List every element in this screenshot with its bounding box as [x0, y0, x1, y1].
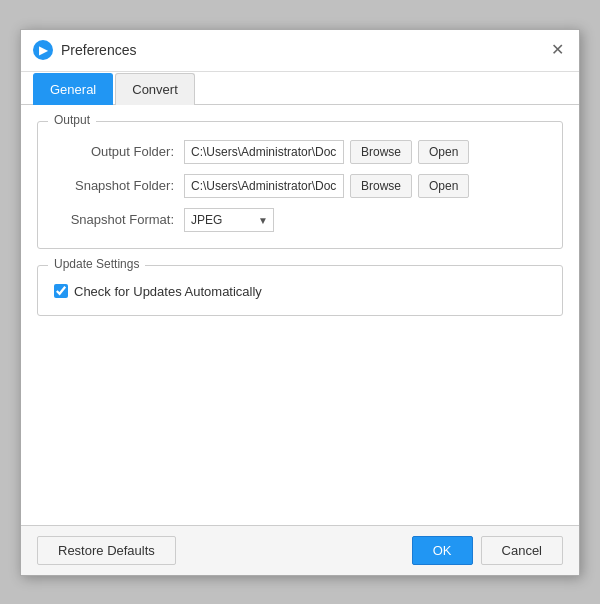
check-updates-label: Check for Updates Automatically: [74, 284, 262, 299]
snapshot-folder-label: Snapshot Folder:: [54, 178, 184, 193]
snapshot-folder-row: Snapshot Folder: Browse Open: [54, 174, 546, 198]
dialog-footer: Restore Defaults OK Cancel: [21, 525, 579, 575]
update-section-title: Update Settings: [48, 257, 145, 271]
snapshot-folder-open-button[interactable]: Open: [418, 174, 469, 198]
tab-content: Output Output Folder: Browse Open Snapsh…: [21, 105, 579, 525]
tab-bar: General Convert: [21, 72, 579, 105]
app-icon: ▶: [33, 40, 53, 60]
dialog-title: Preferences: [61, 42, 136, 58]
output-folder-open-button[interactable]: Open: [418, 140, 469, 164]
check-updates-row: Check for Updates Automatically: [54, 284, 546, 299]
output-section-title: Output: [48, 113, 96, 127]
cancel-button[interactable]: Cancel: [481, 536, 563, 565]
restore-defaults-button[interactable]: Restore Defaults: [37, 536, 176, 565]
output-folder-input[interactable]: [184, 140, 344, 164]
ok-button[interactable]: OK: [412, 536, 473, 565]
check-updates-checkbox[interactable]: [54, 284, 68, 298]
snapshot-format-group: JPEG PNG BMP ▼: [184, 208, 546, 232]
snapshot-folder-browse-button[interactable]: Browse: [350, 174, 412, 198]
close-button[interactable]: ✕: [547, 40, 567, 60]
update-settings-section: Update Settings Check for Updates Automa…: [37, 265, 563, 316]
title-bar-left: ▶ Preferences: [33, 40, 136, 60]
snapshot-format-select-wrapper: JPEG PNG BMP ▼: [184, 208, 274, 232]
title-bar: ▶ Preferences ✕: [21, 30, 579, 72]
preferences-dialog: ▶ Preferences ✕ General Convert Output O…: [20, 29, 580, 576]
snapshot-format-select[interactable]: JPEG PNG BMP: [184, 208, 274, 232]
output-folder-browse-button[interactable]: Browse: [350, 140, 412, 164]
output-folder-group: Browse Open: [184, 140, 546, 164]
output-section: Output Output Folder: Browse Open Snapsh…: [37, 121, 563, 249]
snapshot-format-label: Snapshot Format:: [54, 212, 184, 227]
footer-right: OK Cancel: [412, 536, 563, 565]
output-folder-label: Output Folder:: [54, 144, 184, 159]
snapshot-folder-group: Browse Open: [184, 174, 546, 198]
tab-convert[interactable]: Convert: [115, 73, 195, 105]
output-folder-row: Output Folder: Browse Open: [54, 140, 546, 164]
snapshot-folder-input[interactable]: [184, 174, 344, 198]
snapshot-format-row: Snapshot Format: JPEG PNG BMP ▼: [54, 208, 546, 232]
tab-general[interactable]: General: [33, 73, 113, 105]
